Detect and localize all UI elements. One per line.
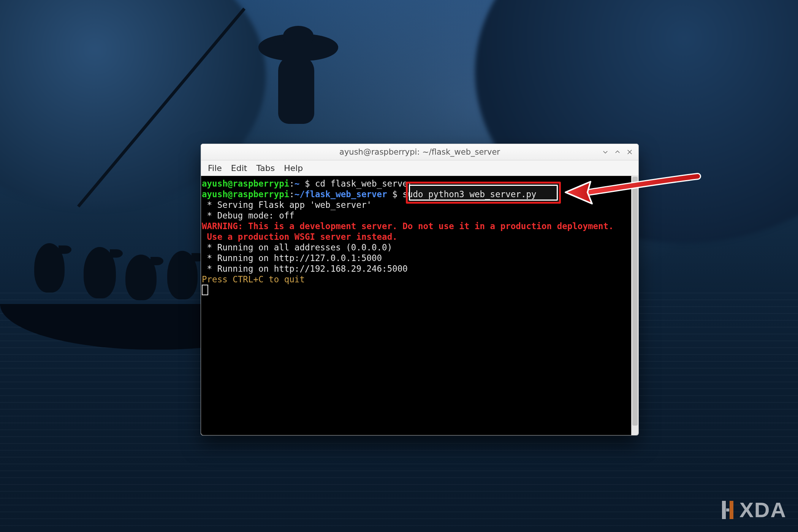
terminal-output[interactable]: ayush@raspberrypi:~ $ cd flask_web_serve… bbox=[201, 176, 632, 435]
scrollbar-thumb[interactable] bbox=[632, 177, 638, 426]
command-run: sudo python3 web_server.py bbox=[402, 189, 536, 199]
flask-address-line: * Running on http://192.168.29.246:5000 bbox=[202, 264, 408, 274]
flask-warning-line: WARNING: This is a development server. D… bbox=[202, 221, 614, 231]
menubar: File Edit Tabs Help bbox=[201, 160, 638, 176]
wallpaper-bird bbox=[34, 243, 65, 293]
menu-help[interactable]: Help bbox=[279, 162, 307, 174]
prompt-userhost: ayush@raspberrypi bbox=[202, 189, 289, 199]
flask-serving-line: * Serving Flask app 'web_server' bbox=[202, 200, 372, 210]
terminal-scrollbar[interactable] bbox=[631, 176, 638, 435]
chevron-up-icon bbox=[614, 149, 621, 155]
wallpaper-bird bbox=[167, 251, 198, 299]
xda-watermark-text: XDA bbox=[739, 497, 787, 522]
terminal-cursor bbox=[202, 285, 208, 295]
window-close-button[interactable] bbox=[624, 146, 635, 158]
wallpaper-bird bbox=[84, 247, 116, 298]
window-minimize-button[interactable] bbox=[600, 146, 611, 158]
prompt-path: ~ bbox=[294, 179, 300, 188]
terminal-viewport[interactable]: ayush@raspberrypi:~ $ cd flask_web_serve… bbox=[201, 176, 638, 435]
prompt-path: ~/flask_web_server bbox=[294, 189, 387, 199]
wallpaper-bird bbox=[125, 255, 157, 300]
xda-watermark: XDA bbox=[720, 497, 787, 522]
flask-debug-line: * Debug mode: off bbox=[202, 211, 294, 220]
flask-address-line: * Running on http://127.0.0.1:5000 bbox=[202, 253, 382, 263]
window-maximize-button[interactable] bbox=[612, 146, 623, 158]
flask-address-line: * Running on all addresses (0.0.0.0) bbox=[202, 242, 392, 252]
terminal-window[interactable]: ayush@raspberrypi: ~/flask_web_server Fi… bbox=[201, 144, 639, 435]
close-icon bbox=[626, 149, 633, 155]
menu-file[interactable]: File bbox=[203, 162, 226, 174]
svg-rect-0 bbox=[726, 508, 729, 511]
menu-tabs[interactable]: Tabs bbox=[252, 162, 279, 174]
window-titlebar[interactable]: ayush@raspberrypi: ~/flask_web_server bbox=[201, 144, 638, 160]
command-cd: cd flask_web_server bbox=[315, 179, 413, 188]
flask-quit-line: Press CTRL+C to quit bbox=[202, 274, 305, 284]
xda-logo-icon bbox=[720, 499, 736, 521]
menu-edit[interactable]: Edit bbox=[226, 162, 252, 174]
flask-warning-line: Use a production WSGI server instead. bbox=[202, 232, 397, 242]
window-title: ayush@raspberrypi: ~/flask_web_server bbox=[339, 147, 500, 157]
chevron-down-icon bbox=[602, 149, 609, 155]
prompt-userhost: ayush@raspberrypi bbox=[202, 179, 289, 188]
desktop-wallpaper: ayush@raspberrypi: ~/flask_web_server Fi… bbox=[0, 0, 798, 532]
